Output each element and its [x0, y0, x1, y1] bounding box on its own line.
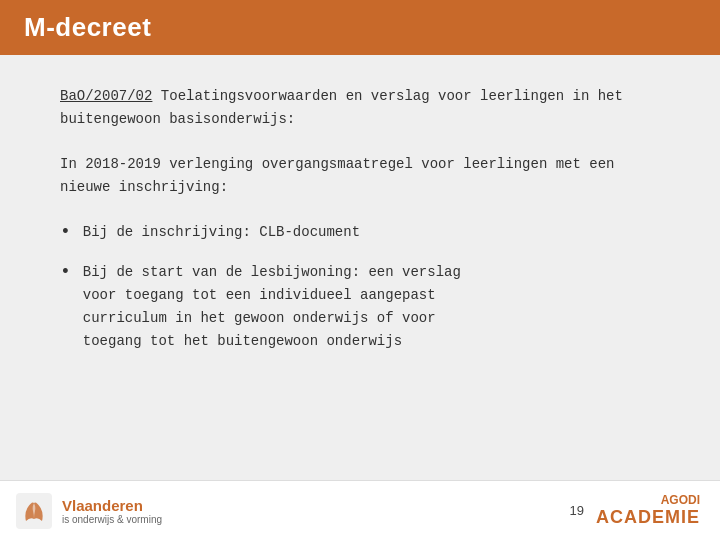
section-1-link[interactable]: BaO/2007/02 [60, 88, 152, 104]
footer-right: 19 AGODI ACADEMIE [570, 493, 700, 528]
slide-title: M-decreet [24, 12, 696, 43]
logo-subtitle: is onderwijs & vorming [62, 514, 162, 525]
logo-name: Vlaanderen [62, 497, 162, 514]
bullet-dot-1: • [60, 221, 71, 244]
section-1: BaO/2007/02 Toelatingsvoorwaarden en ver… [60, 85, 660, 131]
footer-logo: Vlaanderen is onderwijs & vorming [16, 493, 162, 529]
vlaanderen-logo-icon [16, 493, 52, 529]
list-item-1: • Bij de inschrijving: CLB-document [60, 221, 660, 244]
footer: Vlaanderen is onderwijs & vorming 19 AGO… [0, 480, 720, 540]
bullet-dot-2: • [60, 261, 71, 284]
section-2: In 2018-2019 verlenging overgangsmaatreg… [60, 153, 660, 199]
academie-label: ACADEMIE [596, 507, 700, 528]
bullet-list: • Bij de inschrijving: CLB-document • Bi… [60, 221, 660, 353]
list-item-2-text: Bij de start van de lesbijwoning: een ve… [83, 261, 461, 353]
content-area: BaO/2007/02 Toelatingsvoorwaarden en ver… [0, 55, 720, 389]
agodi-label: AGODI [596, 493, 700, 507]
title-bar: M-decreet [0, 0, 720, 55]
agodi-branding: AGODI ACADEMIE [596, 493, 700, 528]
list-item-1-text: Bij de inschrijving: CLB-document [83, 221, 360, 244]
section-1-text: BaO/2007/02 Toelatingsvoorwaarden en ver… [60, 85, 660, 131]
logo-text: Vlaanderen is onderwijs & vorming [62, 497, 162, 525]
slide: M-decreet BaO/2007/02 Toelatingsvoorwaar… [0, 0, 720, 540]
list-item-2: • Bij de start van de lesbijwoning: een … [60, 261, 660, 353]
section-2-text: In 2018-2019 verlenging overgangsmaatreg… [60, 153, 660, 199]
page-number: 19 [570, 503, 584, 518]
